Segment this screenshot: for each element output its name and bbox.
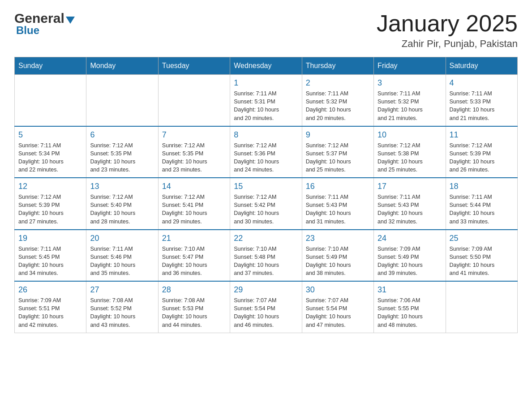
day-info: Sunrise: 7:12 AM Sunset: 5:35 PM Dayligh… [90,141,154,174]
logo: General Blue [14,11,75,37]
calendar-cell: 13Sunrise: 7:12 AM Sunset: 5:40 PM Dayli… [86,178,158,230]
day-header-thursday: Thursday [302,57,373,75]
calendar-week-row: 12Sunrise: 7:12 AM Sunset: 5:39 PM Dayli… [15,178,518,230]
calendar-cell: 30Sunrise: 7:07 AM Sunset: 5:54 PM Dayli… [302,281,373,333]
day-info: Sunrise: 7:11 AM Sunset: 5:43 PM Dayligh… [306,193,370,226]
day-number: 10 [378,130,442,140]
day-number: 11 [450,130,514,140]
day-header-wednesday: Wednesday [230,57,302,75]
calendar-cell: 1Sunrise: 7:11 AM Sunset: 5:31 PM Daylig… [230,75,302,126]
day-number: 14 [162,182,226,191]
calendar-cell: 17Sunrise: 7:11 AM Sunset: 5:43 PM Dayli… [374,178,446,230]
calendar-table: SundayMondayTuesdayWednesdayThursdayFrid… [14,57,518,333]
day-info: Sunrise: 7:11 AM Sunset: 5:44 PM Dayligh… [450,193,514,226]
day-number: 15 [234,182,298,191]
day-number: 6 [90,130,154,140]
day-header-friday: Friday [374,57,446,75]
calendar-cell: 3Sunrise: 7:11 AM Sunset: 5:32 PM Daylig… [374,75,446,126]
day-number: 16 [306,182,370,191]
title-area: January 2025 Zahir Pir, Punjab, Pakistan [377,11,518,50]
calendar-cell: 7Sunrise: 7:12 AM Sunset: 5:35 PM Daylig… [158,126,230,178]
day-number: 19 [18,234,82,243]
logo-blue-text: Blue [16,24,39,37]
day-number: 27 [90,285,154,295]
day-number: 31 [378,285,442,295]
day-info: Sunrise: 7:08 AM Sunset: 5:52 PM Dayligh… [90,296,154,329]
day-number: 2 [306,78,370,88]
day-info: Sunrise: 7:12 AM Sunset: 5:41 PM Dayligh… [162,193,226,226]
calendar-cell: 8Sunrise: 7:12 AM Sunset: 5:36 PM Daylig… [230,126,302,178]
day-number: 18 [450,182,514,191]
day-number: 26 [18,285,82,295]
calendar-week-row: 19Sunrise: 7:11 AM Sunset: 5:45 PM Dayli… [15,230,518,282]
calendar-cell [158,75,230,126]
location-subtitle: Zahir Pir, Punjab, Pakistan [377,38,518,50]
calendar-cell: 27Sunrise: 7:08 AM Sunset: 5:52 PM Dayli… [86,281,158,333]
calendar-cell: 20Sunrise: 7:11 AM Sunset: 5:46 PM Dayli… [86,230,158,282]
day-header-monday: Monday [86,57,158,75]
calendar-cell: 16Sunrise: 7:11 AM Sunset: 5:43 PM Dayli… [302,178,373,230]
logo-triangle-icon [66,17,75,24]
calendar-cell: 12Sunrise: 7:12 AM Sunset: 5:39 PM Dayli… [15,178,86,230]
day-number: 3 [378,78,442,88]
calendar-cell: 25Sunrise: 7:09 AM Sunset: 5:50 PM Dayli… [446,230,517,282]
day-info: Sunrise: 7:11 AM Sunset: 5:43 PM Dayligh… [378,193,442,226]
day-info: Sunrise: 7:11 AM Sunset: 5:32 PM Dayligh… [378,90,442,122]
calendar-cell: 14Sunrise: 7:12 AM Sunset: 5:41 PM Dayli… [158,178,230,230]
calendar-cell: 10Sunrise: 7:12 AM Sunset: 5:38 PM Dayli… [374,126,446,178]
day-info: Sunrise: 7:12 AM Sunset: 5:35 PM Dayligh… [162,141,226,174]
day-info: Sunrise: 7:10 AM Sunset: 5:49 PM Dayligh… [306,245,370,278]
day-info: Sunrise: 7:10 AM Sunset: 5:48 PM Dayligh… [234,245,298,278]
calendar-cell: 24Sunrise: 7:09 AM Sunset: 5:49 PM Dayli… [374,230,446,282]
day-info: Sunrise: 7:12 AM Sunset: 5:42 PM Dayligh… [234,193,298,226]
day-info: Sunrise: 7:08 AM Sunset: 5:53 PM Dayligh… [162,296,226,329]
calendar-cell: 26Sunrise: 7:09 AM Sunset: 5:51 PM Dayli… [15,281,86,333]
day-info: Sunrise: 7:11 AM Sunset: 5:45 PM Dayligh… [18,245,82,278]
day-number: 7 [162,130,226,140]
calendar-cell: 4Sunrise: 7:11 AM Sunset: 5:33 PM Daylig… [446,75,517,126]
day-info: Sunrise: 7:12 AM Sunset: 5:36 PM Dayligh… [234,141,298,174]
calendar-cell: 18Sunrise: 7:11 AM Sunset: 5:44 PM Dayli… [446,178,517,230]
day-number: 9 [306,130,370,140]
day-header-saturday: Saturday [446,57,517,75]
calendar-cell: 15Sunrise: 7:12 AM Sunset: 5:42 PM Dayli… [230,178,302,230]
day-number: 5 [18,130,82,140]
calendar-cell: 29Sunrise: 7:07 AM Sunset: 5:54 PM Dayli… [230,281,302,333]
day-info: Sunrise: 7:07 AM Sunset: 5:54 PM Dayligh… [306,296,370,329]
page-header: General Blue January 2025 Zahir Pir, Pun… [14,11,518,50]
day-info: Sunrise: 7:12 AM Sunset: 5:37 PM Dayligh… [306,141,370,174]
calendar-cell: 19Sunrise: 7:11 AM Sunset: 5:45 PM Dayli… [15,230,86,282]
day-number: 21 [162,234,226,243]
day-info: Sunrise: 7:06 AM Sunset: 5:55 PM Dayligh… [378,296,442,329]
day-number: 24 [378,234,442,243]
day-info: Sunrise: 7:11 AM Sunset: 5:32 PM Dayligh… [306,90,370,122]
day-info: Sunrise: 7:11 AM Sunset: 5:33 PM Dayligh… [450,90,514,122]
day-number: 20 [90,234,154,243]
day-info: Sunrise: 7:12 AM Sunset: 5:38 PM Dayligh… [378,141,442,174]
calendar-cell: 21Sunrise: 7:10 AM Sunset: 5:47 PM Dayli… [158,230,230,282]
day-info: Sunrise: 7:09 AM Sunset: 5:51 PM Dayligh… [18,296,82,329]
day-header-sunday: Sunday [15,57,86,75]
calendar-week-row: 26Sunrise: 7:09 AM Sunset: 5:51 PM Dayli… [15,281,518,333]
calendar-header-row: SundayMondayTuesdayWednesdayThursdayFrid… [15,57,518,75]
calendar-cell: 2Sunrise: 7:11 AM Sunset: 5:32 PM Daylig… [302,75,373,126]
day-info: Sunrise: 7:12 AM Sunset: 5:40 PM Dayligh… [90,193,154,226]
calendar-cell: 11Sunrise: 7:12 AM Sunset: 5:39 PM Dayli… [446,126,517,178]
day-info: Sunrise: 7:09 AM Sunset: 5:50 PM Dayligh… [450,245,514,278]
day-number: 28 [162,285,226,295]
day-info: Sunrise: 7:11 AM Sunset: 5:46 PM Dayligh… [90,245,154,278]
day-header-tuesday: Tuesday [158,57,230,75]
day-number: 17 [378,182,442,191]
day-info: Sunrise: 7:12 AM Sunset: 5:39 PM Dayligh… [450,141,514,174]
calendar-cell [446,281,517,333]
day-info: Sunrise: 7:11 AM Sunset: 5:34 PM Dayligh… [18,141,82,174]
calendar-cell [86,75,158,126]
day-number: 30 [306,285,370,295]
logo-general-text: General [14,11,64,26]
day-info: Sunrise: 7:12 AM Sunset: 5:39 PM Dayligh… [18,193,82,226]
day-number: 23 [306,234,370,243]
calendar-cell: 5Sunrise: 7:11 AM Sunset: 5:34 PM Daylig… [15,126,86,178]
day-number: 13 [90,182,154,191]
day-info: Sunrise: 7:09 AM Sunset: 5:49 PM Dayligh… [378,245,442,278]
day-number: 29 [234,285,298,295]
